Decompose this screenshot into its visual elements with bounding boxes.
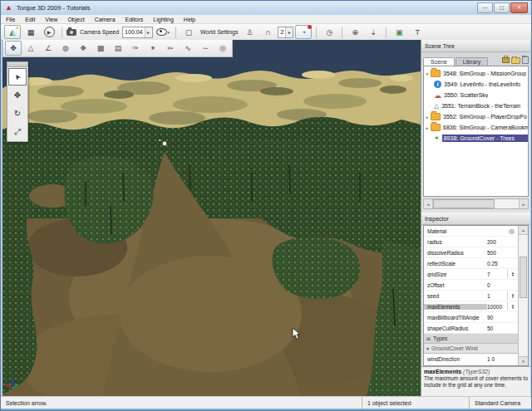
prop-value[interactable]: 1 0 [487, 356, 518, 362]
inspector-vertical-scrollbar[interactable]: ▴ ▾ [518, 226, 528, 365]
lock-icon[interactable] [502, 57, 510, 63]
material-editor-tool[interactable]: ◍ [57, 41, 74, 56]
spinner-arrow-icon[interactable]: ▸ [285, 27, 293, 37]
camera-speed-spinner[interactable]: 100.04 ▸ [122, 27, 152, 38]
tree-item-scattersky[interactable]: ☁ 3550: ScatterSky [424, 90, 528, 100]
trash-icon[interactable] [522, 56, 529, 64]
snap-to-terrain-button[interactable]: T [409, 25, 426, 39]
prop-row-reflectscale[interactable]: reflectScale 0.25 [424, 258, 518, 269]
time-of-day-button[interactable]: ◷ [321, 25, 337, 39]
close-button[interactable]: ✕ [510, 2, 528, 13]
drop-location-button[interactable]: ⇣ [365, 25, 382, 39]
prop-row-radius[interactable]: radius 200 [424, 237, 518, 247]
menu-camera[interactable]: Camera [90, 17, 121, 22]
tree-item-terrainblock[interactable]: △ 3551: TerrainBlock - theTerrain [424, 100, 528, 111]
maximize-button[interactable]: ▢ [494, 2, 510, 13]
prop-row-dissolveradius[interactable]: dissolveRadius 500 [424, 247, 518, 258]
expander-icon[interactable]: ▸ [424, 125, 431, 130]
scale-tool-button[interactable]: ⤢ [8, 123, 27, 140]
scroll-up-icon[interactable]: ▴ [519, 226, 528, 235]
menu-view[interactable]: View [40, 17, 62, 22]
prop-value[interactable]: 200 [487, 239, 518, 245]
datablock-editor-tool[interactable]: ▤ [110, 41, 126, 56]
sketch-tool[interactable]: ✂ [162, 41, 179, 56]
tree-horizontal-scrollbar[interactable]: ◂ ▸ [423, 198, 529, 209]
player-drop-button[interactable]: ♙ [241, 25, 258, 39]
prop-value[interactable]: 0.25 [487, 261, 518, 267]
prop-row-windgustlength[interactable]: windGustLength 20 [424, 365, 518, 365]
expand-plus-icon[interactable]: ⊞ [426, 335, 431, 341]
visibility-button[interactable]: ▾ [155, 25, 172, 39]
add-object-button[interactable]: ⊕ [347, 25, 363, 39]
prop-row-winddirection[interactable]: windDirection 1 0 [424, 354, 518, 365]
material-globe-icon[interactable]: ◍ [509, 228, 515, 235]
stepper-icon[interactable]: ▴▾ [507, 291, 518, 300]
prop-value[interactable]: 7 [487, 272, 507, 277]
menu-lighting[interactable]: Lighting [148, 17, 179, 22]
prop-row-gridsize[interactable]: gridSize 7 ▴▾ [424, 269, 518, 280]
group-types[interactable]: ⊞ Types [424, 334, 518, 344]
particle-editor-tool[interactable]: ✴ [145, 41, 161, 56]
frame-camera-button[interactable]: ▢ [180, 25, 197, 39]
prop-value[interactable]: 90 [487, 315, 518, 320]
expander-icon[interactable]: ▸ [424, 115, 431, 120]
title-bar[interactable]: ▲ Torque 3D 2009 - Tutorials — ▢ ✕ [1, 1, 531, 15]
mesh-road-editor-tool[interactable]: ◎ [214, 41, 231, 56]
menu-file[interactable]: File [1, 17, 20, 22]
tab-scene[interactable]: Scene [423, 57, 455, 66]
decal-editor-tool[interactable]: ✑ [127, 41, 144, 56]
move-tool-button[interactable]: ✥ [8, 86, 27, 104]
spinner-arrow-icon[interactable]: ▸ [145, 27, 152, 37]
snap-to-bounds-button[interactable]: ▣ [391, 25, 407, 39]
tree-item-groundcover-trees[interactable]: ✶ 8938: GroundCover - Trees [424, 133, 528, 144]
minimize-button[interactable]: — [477, 2, 493, 13]
prop-value[interactable]: 50 [487, 325, 518, 331]
prop-row-seed[interactable]: seed 1 ▴▾ [424, 291, 518, 301]
palette-drag-handle[interactable] [7, 62, 27, 67]
viewport-3d[interactable] [2, 40, 421, 396]
prop-row-shapecullradius[interactable]: shapeCullRadius 50 [424, 323, 518, 334]
prop-row-material[interactable]: Material ◍ [424, 226, 518, 237]
prop-value[interactable]: 1 [487, 293, 507, 299]
snap-size-spinner[interactable]: 2 ▸ [278, 27, 293, 38]
stepper-icon[interactable]: ▴▾ [507, 302, 518, 311]
camera-mode-selector[interactable]: Standard Camera [469, 397, 531, 409]
prop-value[interactable]: 500 [487, 250, 518, 256]
scroll-left-icon[interactable]: ◂ [424, 199, 433, 208]
world-editor-button[interactable]: ◭ [4, 25, 21, 39]
menu-object[interactable]: Object [62, 17, 89, 22]
terrain-editor-tool[interactable]: △ [22, 41, 39, 56]
scroll-right-icon[interactable]: ▸ [519, 199, 528, 208]
tree-item-missiongroup[interactable]: ▾ 3548: SimGroup - MissionGroup [424, 68, 528, 79]
prop-row-zoffset[interactable]: zOffset 0 [424, 280, 518, 291]
expander-icon[interactable]: ▾ [424, 71, 431, 76]
tree-item-levelinfo[interactable]: i 3549: LevelInfo - theLevelInfo [424, 79, 528, 90]
terrain-smooth-tool[interactable]: ∠ [40, 41, 57, 56]
select-tool-button[interactable]: ➤ [8, 68, 27, 86]
ruler-tool-button[interactable]: ◔ [295, 25, 312, 39]
scroll-down-icon[interactable]: ▾ [519, 356, 528, 365]
play-level-button[interactable]: ▶ [41, 25, 57, 39]
menu-edit[interactable]: Edit [20, 17, 40, 22]
scrollbar-thumb[interactable] [433, 199, 495, 208]
window-layout-button[interactable]: ▦ [22, 25, 39, 39]
prop-value[interactable]: ◍ [487, 228, 518, 235]
group-groundcover-wind[interactable]: ▾ GroundCover Wind [424, 344, 518, 354]
terrain-painter-tool[interactable]: ▩ [92, 41, 109, 56]
collapse-arrow-icon[interactable]: ▾ [426, 345, 429, 351]
prop-row-maxelements[interactable]: maxElements 10000 ▴▾ [424, 301, 518, 312]
river-editor-tool[interactable]: ∿ [180, 41, 196, 56]
shape-editor-tool[interactable]: ❖ [75, 41, 91, 56]
prop-value[interactable]: 0 [487, 282, 518, 288]
object-editor-tool[interactable]: ✥ [5, 41, 22, 56]
prop-value[interactable]: 10000 [487, 304, 507, 310]
menu-help[interactable]: Help [179, 17, 200, 22]
tree-item-playerdroppoints[interactable]: ▸ 3552: SimGroup - PlayerDropPo [424, 111, 528, 122]
tab-library[interactable]: Library [456, 57, 488, 66]
stepper-icon[interactable]: ▴▾ [507, 270, 518, 278]
scrollbar-thumb[interactable] [520, 257, 527, 298]
road-editor-tool[interactable]: ∼ [197, 41, 214, 56]
folder-icon[interactable] [511, 57, 520, 64]
prop-row-maxbillboardtiltangle[interactable]: maxBillboardTiltAngle 90 [424, 312, 518, 323]
snap-toggle-button[interactable]: ∩ [259, 25, 276, 39]
